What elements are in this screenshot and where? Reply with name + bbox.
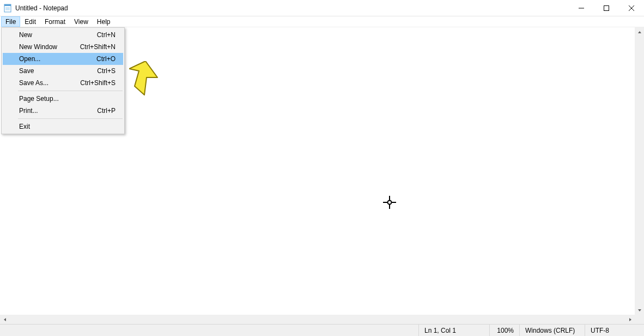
menu-format[interactable]: Format — [40, 16, 70, 27]
menu-item-label: Open... — [19, 55, 40, 63]
status-line-ending: Windows (CRLF) — [520, 325, 585, 336]
notepad-icon — [3, 4, 12, 13]
menu-item-shortcut: Ctrl+Shift+S — [80, 79, 116, 87]
menu-item-label: Save As... — [19, 79, 48, 87]
menu-item-label: New Window — [19, 43, 57, 51]
svg-rect-6 — [604, 5, 609, 10]
status-spacer — [0, 325, 419, 336]
menu-help[interactable]: Help — [93, 16, 115, 27]
horizontal-scrollbar[interactable] — [0, 315, 635, 324]
vertical-scrollbar[interactable] — [635, 27, 644, 315]
menu-separator — [18, 91, 123, 91]
menu-item-open[interactable]: Open... Ctrl+O — [3, 53, 123, 65]
scroll-up-arrow-icon[interactable] — [635, 27, 644, 37]
status-zoom: 100% — [490, 325, 520, 336]
menu-edit[interactable]: Edit — [20, 16, 40, 27]
menu-item-label: New — [19, 31, 32, 39]
menu-item-save-as[interactable]: Save As... Ctrl+Shift+S — [3, 77, 123, 89]
menu-file[interactable]: File — [1, 16, 20, 27]
window-title: Untitled - Notepad — [15, 4, 569, 12]
menu-bar: File Edit Format View Help — [0, 16, 644, 27]
menu-item-shortcut: Ctrl+P — [97, 107, 116, 115]
menu-item-page-setup[interactable]: Page Setup... — [3, 93, 123, 105]
menu-item-label: Print... — [19, 107, 38, 115]
svg-marker-9 — [638, 31, 641, 33]
status-line-col: Ln 1, Col 1 — [419, 325, 490, 336]
menu-view[interactable]: View — [70, 16, 93, 27]
maximize-button[interactable] — [594, 0, 619, 16]
menu-item-print[interactable]: Print... Ctrl+P — [3, 105, 123, 117]
menu-item-label: Save — [19, 67, 34, 75]
menu-item-shortcut: Ctrl+O — [96, 55, 116, 63]
scroll-corner — [635, 315, 644, 324]
file-menu-dropdown: New Ctrl+N New Window Ctrl+Shift+N Open.… — [1, 27, 125, 134]
scroll-right-arrow-icon[interactable] — [625, 315, 635, 324]
menu-item-label: Exit — [19, 123, 30, 130]
menu-item-new-window[interactable]: New Window Ctrl+Shift+N — [3, 41, 123, 53]
menu-item-new[interactable]: New Ctrl+N — [3, 29, 123, 41]
svg-marker-11 — [4, 318, 6, 321]
menu-separator — [18, 118, 123, 119]
minimize-button[interactable] — [569, 0, 594, 16]
scroll-down-arrow-icon[interactable] — [635, 305, 644, 315]
svg-rect-1 — [4, 4, 11, 6]
svg-marker-12 — [629, 318, 631, 321]
status-bar: Ln 1, Col 1 100% Windows (CRLF) UTF-8 — [0, 324, 644, 336]
status-encoding: UTF-8 — [585, 325, 644, 336]
menu-item-exit[interactable]: Exit — [3, 121, 123, 133]
close-button[interactable] — [619, 0, 644, 16]
window-controls — [569, 0, 644, 16]
menu-item-shortcut: Ctrl+N — [97, 31, 116, 39]
menu-item-shortcut: Ctrl+S — [97, 67, 116, 75]
menu-item-shortcut: Ctrl+Shift+N — [80, 43, 116, 51]
svg-marker-10 — [638, 309, 641, 311]
menu-item-label: Page Setup... — [19, 95, 59, 103]
title-bar: Untitled - Notepad — [0, 0, 644, 16]
menu-item-save[interactable]: Save Ctrl+S — [3, 65, 123, 77]
scroll-left-arrow-icon[interactable] — [0, 315, 9, 324]
